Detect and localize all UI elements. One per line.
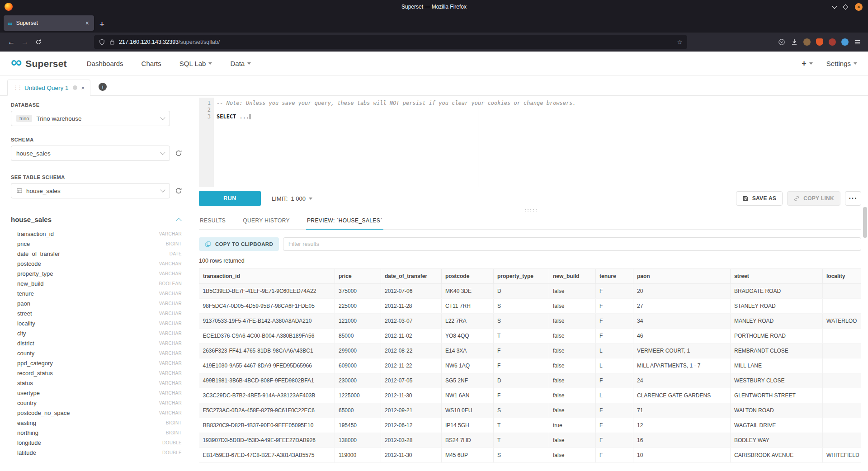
results-tab-results[interactable]: RESULTS [199, 214, 226, 229]
schema-column-property_type[interactable]: property_typeVARCHAR [11, 268, 183, 278]
page-scrollbar-thumb[interactable] [863, 207, 867, 238]
query-tab-active[interactable]: ⋮⋮ Untitled Query 1 × [7, 80, 90, 96]
browser-tab[interactable]: ∞ Superset × [4, 15, 94, 31]
column-header-transaction_id[interactable]: transaction_id [199, 269, 335, 284]
schema-column-new_build[interactable]: new_buildBOOLEAN [11, 278, 183, 288]
extension-icon-2[interactable] [816, 38, 823, 46]
schema-column-northing[interactable]: northingBIGINT [11, 428, 183, 438]
table-row[interactable]: 91370533-19F5-47FE-B142-A380A8ADA2101210… [199, 314, 862, 329]
column-header-tenure[interactable]: tenure [596, 269, 633, 284]
table-row[interactable]: F5C273AC-0D2A-458F-8279-9C61F0C22EC66500… [199, 403, 862, 418]
nav-item-dashboards[interactable]: Dashboards [87, 60, 123, 67]
table-row[interactable]: EB1459EB-67ED-47C8-B2E7-A38143AB55751190… [199, 448, 862, 463]
settings-menu[interactable]: Settings [826, 60, 857, 67]
bookmark-star-icon[interactable]: ☆ [677, 38, 683, 46]
window-menu-chevron-icon[interactable] [832, 4, 837, 9]
limit-dropdown[interactable]: LIMIT: 1 000 [272, 195, 312, 202]
filter-results-input[interactable] [283, 237, 861, 251]
table-row[interactable]: 419E1030-9A55-4467-8DA9-9FED95D659666090… [199, 358, 862, 373]
schema-column-city[interactable]: cityVARCHAR [11, 328, 183, 338]
save-as-button[interactable]: SAVE AS [736, 191, 783, 206]
refresh-schema-icon[interactable] [175, 149, 183, 157]
schema-column-easting[interactable]: eastingBIGINT [11, 418, 183, 428]
superset-brand[interactable]: ∞ Superset [11, 58, 67, 69]
table-row[interactable]: 2636F323-FF41-4765-81DB-98CAA6A43BC12990… [199, 344, 862, 358]
schema-select[interactable]: house_sales [11, 146, 170, 161]
extension-icon-4[interactable] [841, 38, 849, 46]
column-header-street[interactable]: street [731, 269, 823, 284]
copy-to-clipboard-button[interactable]: COPY TO CLIPBOARD [199, 237, 279, 251]
schema-column-locality[interactable]: localityVARCHAR [11, 318, 183, 328]
results-tab-query-history[interactable]: QUERY HISTORY [242, 214, 291, 229]
table-select[interactable]: house_sales [11, 183, 170, 198]
copy-link-button[interactable]: COPY LINK [787, 191, 840, 206]
results-tab-preview[interactable]: PREVIEW: `HOUSE_SALES` [306, 214, 383, 230]
refresh-table-icon[interactable] [175, 187, 183, 195]
schema-column-transaction_id[interactable]: transaction_idVARCHAR [11, 229, 183, 239]
hamburger-menu-icon[interactable] [854, 39, 861, 46]
schema-column-street[interactable]: streetVARCHAR [11, 308, 183, 318]
nav-item-data[interactable]: Data [230, 60, 251, 67]
table-row[interactable]: 1B5C39ED-BE7F-41EF-9E71-9C60EED74A223750… [199, 284, 862, 299]
results-table-wrap[interactable]: transaction_idpricedate_of_transferpostc… [199, 268, 861, 471]
column-header-property_type[interactable]: property_type [494, 269, 549, 284]
schema-column-district[interactable]: districtVARCHAR [11, 338, 183, 348]
forward-button[interactable]: → [18, 35, 32, 49]
column-header-price[interactable]: price [335, 269, 381, 284]
extension-icon-3[interactable] [829, 38, 836, 46]
shield-icon[interactable] [99, 39, 105, 46]
schema-column-latitude[interactable]: latitudeDOUBLE [11, 447, 183, 457]
schema-column-ppd_category[interactable]: ppd_categoryVARCHAR [11, 358, 183, 368]
schema-column-usertype[interactable]: usertypeVARCHAR [11, 388, 183, 398]
maximize-icon[interactable] [843, 4, 849, 10]
schema-column-tenure[interactable]: tenureVARCHAR [11, 288, 183, 298]
column-header-new_build[interactable]: new_build [549, 269, 596, 284]
column-header-paon[interactable]: paon [633, 269, 731, 284]
schema-column-postcode_no_space[interactable]: postcode_no_spaceVARCHAR [11, 408, 183, 418]
add-query-tab-button[interactable]: + [99, 83, 107, 91]
table-row[interactable]: 3C3C29DC-B7B2-4BE5-914A-A38123AF403B1225… [199, 388, 862, 403]
schema-column-country[interactable]: countryVARCHAR [11, 398, 183, 408]
lock-icon[interactable] [109, 39, 115, 45]
drag-handle-icon[interactable]: ⋮⋮ [13, 85, 21, 91]
column-header-locality[interactable]: locality [823, 269, 862, 284]
table-row[interactable]: 193907D3-5DBD-453D-A49E-9FEE27DAB9261380… [199, 433, 862, 448]
schema-column-status[interactable]: statusVARCHAR [11, 378, 183, 388]
schema-column-postcode[interactable]: postcodeVARCHAR [11, 259, 183, 268]
schema-column-county[interactable]: countyVARCHAR [11, 348, 183, 358]
url-bar[interactable]: 217.160.120.143:32393/superset/sqllab/ ☆ [94, 35, 687, 49]
nav-item-sql-lab[interactable]: SQL Lab [179, 60, 212, 67]
column-type: DATE [170, 251, 182, 256]
schema-column-longitude[interactable]: longitudeDOUBLE [11, 438, 183, 447]
add-new-menu[interactable]: + [802, 59, 813, 68]
pane-splitter[interactable] [199, 208, 861, 212]
editor-code[interactable]: -- Note: Unless you save your query, the… [214, 98, 861, 187]
column-header-date_of_transfer[interactable]: date_of_transfer [381, 269, 442, 284]
schema-column-record_status[interactable]: record_statusVARCHAR [11, 368, 183, 378]
nav-item-charts[interactable]: Charts [142, 60, 161, 67]
schema-column-price[interactable]: priceBIGINT [11, 239, 183, 249]
more-options-button[interactable]: ··· [845, 191, 861, 206]
back-button[interactable]: ← [5, 35, 18, 49]
reload-button[interactable] [32, 35, 45, 49]
close-query-tab-icon[interactable]: × [81, 85, 85, 91]
run-button[interactable]: RUN [199, 191, 261, 206]
pocket-icon[interactable] [778, 38, 785, 46]
extension-icon-1[interactable] [803, 38, 811, 46]
table-row[interactable]: 499B1981-3B6B-4BCD-808F-9FED9802BFA12300… [199, 373, 862, 388]
close-window-button[interactable]: × [855, 3, 863, 11]
url-text[interactable]: 217.160.120.143:32393/superset/sqllab/ [119, 39, 220, 45]
new-tab-button[interactable]: + [99, 20, 104, 28]
chevron-up-icon[interactable] [176, 218, 182, 224]
sql-editor[interactable]: 123 -- Note: Unless you save your query,… [199, 98, 861, 187]
tab-close-icon[interactable]: × [85, 19, 90, 27]
table-row[interactable]: BB8320C9-D82B-4B37-90E0-9FEE05095E101954… [199, 418, 862, 433]
column-header-postcode[interactable]: postcode [442, 269, 494, 284]
table-schema-header[interactable]: house_sales [11, 216, 183, 223]
database-select[interactable]: trino Trino warehouse [11, 111, 170, 126]
schema-column-date_of_transfer[interactable]: date_of_transferDATE [11, 249, 183, 259]
schema-column-paon[interactable]: paonVARCHAR [11, 298, 183, 308]
table-row[interactable]: ECE1D376-C9A6-4C00-B004-A380B189FA568500… [199, 329, 862, 344]
downloads-icon[interactable] [791, 38, 798, 46]
table-row[interactable]: 98F5DC47-0D05-4D59-95B7-98CA6F1FDE052250… [199, 299, 862, 314]
